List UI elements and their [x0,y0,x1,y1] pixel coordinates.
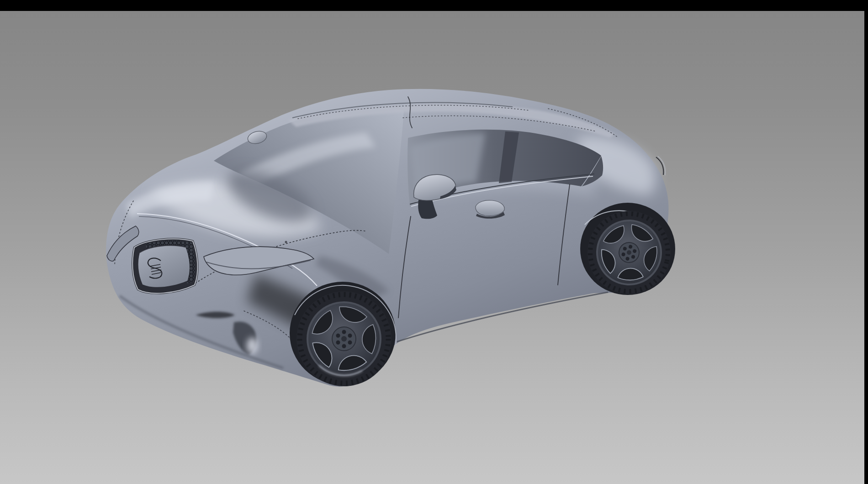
handle-grip [476,200,504,216]
hood-dot [285,241,287,243]
fog-lamp-highlight [247,337,258,354]
front-center-cap [341,336,347,342]
car-model-render [0,0,868,484]
door-handle [476,200,505,219]
front-wheel [296,291,392,386]
grille-panel [138,245,190,287]
front-grille [132,239,197,293]
render-viewport[interactable] [0,0,868,484]
